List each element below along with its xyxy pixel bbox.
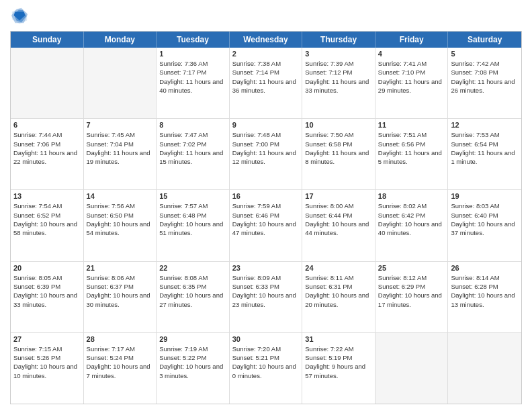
day-number: 8	[159, 121, 226, 129]
sunset-text: Sunset: 6:37 PM	[87, 282, 154, 291]
sunset-text: Sunset: 6:42 PM	[378, 211, 445, 220]
sunset-text: Sunset: 6:40 PM	[451, 211, 519, 220]
calendar-cell: 6Sunrise: 7:44 AMSunset: 7:06 PMDaylight…	[11, 119, 84, 189]
day-number: 23	[232, 264, 300, 272]
daylight-text: Daylight: 11 hours and 26 minutes.	[451, 77, 519, 95]
sunset-text: Sunset: 7:10 PM	[378, 68, 445, 77]
calendar-cell: 7Sunrise: 7:45 AMSunset: 7:04 PMDaylight…	[84, 119, 157, 189]
sunrise-text: Sunrise: 8:12 AM	[378, 273, 445, 282]
sunrise-text: Sunrise: 8:14 AM	[451, 273, 519, 282]
daylight-text: Daylight: 10 hours and 58 minutes.	[13, 220, 81, 238]
sunset-text: Sunset: 6:29 PM	[378, 282, 445, 291]
calendar-cell: 1Sunrise: 7:36 AMSunset: 7:17 PMDaylight…	[157, 48, 230, 118]
day-number: 3	[305, 50, 372, 58]
day-number: 13	[13, 192, 81, 200]
day-number: 26	[451, 264, 519, 272]
sunset-text: Sunset: 6:46 PM	[232, 211, 300, 220]
daylight-text: Daylight: 11 hours and 15 minutes.	[159, 148, 226, 167]
calendar-header: SundayMondayTuesdayWednesdayThursdayFrid…	[11, 32, 521, 48]
sunrise-text: Sunrise: 7:59 AM	[232, 201, 300, 210]
calendar-cell: 2Sunrise: 7:38 AMSunset: 7:14 PMDaylight…	[230, 48, 303, 118]
calendar-cell: 18Sunrise: 8:02 AMSunset: 6:42 PMDayligh…	[375, 190, 449, 261]
calendar-cell: 29Sunrise: 7:19 AMSunset: 5:22 PMDayligh…	[157, 333, 230, 404]
day-number: 6	[13, 121, 81, 129]
daylight-text: Daylight: 11 hours and 22 minutes.	[13, 148, 81, 167]
day-number: 25	[378, 264, 445, 272]
sunset-text: Sunset: 7:06 PM	[13, 140, 81, 148]
sunset-text: Sunset: 6:35 PM	[159, 282, 226, 291]
calendar-cell: 23Sunrise: 8:09 AMSunset: 6:33 PMDayligh…	[230, 262, 303, 332]
calendar-cell: 15Sunrise: 7:57 AMSunset: 6:48 PMDayligh…	[157, 190, 230, 261]
day-number: 4	[378, 50, 445, 58]
calendar-cell	[11, 48, 84, 118]
daylight-text: Daylight: 11 hours and 8 minutes.	[305, 148, 372, 167]
sunrise-text: Sunrise: 7:44 AM	[13, 130, 81, 139]
calendar-cell: 11Sunrise: 7:51 AMSunset: 6:56 PMDayligh…	[375, 119, 449, 189]
daylight-text: Daylight: 10 hours and 47 minutes.	[232, 220, 300, 238]
calendar-cell: 24Sunrise: 8:11 AMSunset: 6:31 PMDayligh…	[302, 262, 375, 332]
calendar-week-2: 13Sunrise: 7:54 AMSunset: 6:52 PMDayligh…	[11, 190, 521, 261]
sunset-text: Sunset: 6:56 PM	[378, 140, 445, 148]
calendar-cell: 14Sunrise: 7:56 AMSunset: 6:50 PMDayligh…	[84, 190, 157, 261]
sunset-text: Sunset: 5:19 PM	[305, 353, 372, 362]
daylight-text: Daylight: 10 hours and 3 minutes.	[159, 362, 226, 380]
calendar-cell	[375, 333, 449, 404]
daylight-text: Daylight: 9 hours and 57 minutes.	[305, 362, 372, 380]
day-number: 30	[232, 335, 300, 343]
sunrise-text: Sunrise: 7:19 AM	[159, 345, 226, 353]
sunset-text: Sunset: 6:39 PM	[13, 282, 81, 291]
calendar-cell	[448, 333, 521, 404]
calendar-cell: 17Sunrise: 8:00 AMSunset: 6:44 PMDayligh…	[302, 190, 375, 261]
sunrise-text: Sunrise: 7:17 AM	[87, 345, 154, 353]
header-day-thursday: Thursday	[302, 32, 375, 48]
calendar-cell: 16Sunrise: 7:59 AMSunset: 6:46 PMDayligh…	[230, 190, 303, 261]
day-number: 18	[378, 192, 445, 200]
calendar-cell: 27Sunrise: 7:15 AMSunset: 5:26 PMDayligh…	[11, 333, 84, 404]
calendar-week-4: 27Sunrise: 7:15 AMSunset: 5:26 PMDayligh…	[11, 333, 521, 404]
daylight-text: Daylight: 11 hours and 36 minutes.	[232, 77, 300, 95]
day-number: 31	[305, 335, 372, 343]
calendar-cell: 3Sunrise: 7:39 AMSunset: 7:12 PMDaylight…	[302, 48, 375, 118]
calendar-cell: 31Sunrise: 7:22 AMSunset: 5:19 PMDayligh…	[302, 333, 375, 404]
daylight-text: Daylight: 10 hours and 23 minutes.	[232, 291, 300, 309]
daylight-text: Daylight: 10 hours and 10 minutes.	[13, 362, 81, 380]
day-number: 9	[232, 121, 300, 129]
sunset-text: Sunset: 7:04 PM	[87, 140, 154, 148]
sunrise-text: Sunrise: 7:15 AM	[13, 345, 81, 353]
daylight-text: Daylight: 10 hours and 33 minutes.	[13, 291, 81, 309]
sunset-text: Sunset: 7:12 PM	[305, 68, 372, 77]
sunset-text: Sunset: 5:26 PM	[13, 353, 81, 362]
calendar-cell: 25Sunrise: 8:12 AMSunset: 6:29 PMDayligh…	[375, 262, 449, 332]
sunset-text: Sunset: 7:14 PM	[232, 68, 300, 77]
header-day-sunday: Sunday	[11, 32, 84, 48]
calendar-cell: 19Sunrise: 8:03 AMSunset: 6:40 PMDayligh…	[448, 190, 521, 261]
day-number: 20	[13, 264, 81, 272]
daylight-text: Daylight: 10 hours and 30 minutes.	[87, 291, 154, 309]
sunrise-text: Sunrise: 7:53 AM	[451, 130, 519, 139]
header	[10, 7, 522, 26]
daylight-text: Daylight: 11 hours and 5 minutes.	[378, 148, 445, 167]
header-day-tuesday: Tuesday	[157, 32, 230, 48]
sunrise-text: Sunrise: 7:22 AM	[305, 345, 372, 353]
sunrise-text: Sunrise: 7:56 AM	[87, 201, 154, 210]
sunset-text: Sunset: 6:54 PM	[451, 140, 519, 148]
daylight-text: Daylight: 10 hours and 17 minutes.	[378, 291, 445, 309]
calendar-body: 1Sunrise: 7:36 AMSunset: 7:17 PMDaylight…	[11, 48, 521, 404]
sunset-text: Sunset: 7:00 PM	[232, 140, 300, 148]
daylight-text: Daylight: 10 hours and 7 minutes.	[87, 362, 154, 380]
daylight-text: Daylight: 10 hours and 37 minutes.	[451, 220, 519, 238]
sunrise-text: Sunrise: 7:36 AM	[159, 59, 226, 68]
daylight-text: Daylight: 10 hours and 54 minutes.	[87, 220, 154, 238]
header-day-friday: Friday	[375, 32, 449, 48]
day-number: 27	[13, 335, 81, 343]
day-number: 1	[159, 50, 226, 58]
daylight-text: Daylight: 10 hours and 27 minutes.	[159, 291, 226, 309]
day-number: 5	[451, 50, 519, 58]
sunset-text: Sunset: 6:48 PM	[159, 211, 226, 220]
calendar-week-1: 6Sunrise: 7:44 AMSunset: 7:06 PMDaylight…	[11, 119, 521, 190]
sunset-text: Sunset: 6:58 PM	[305, 140, 372, 148]
sunset-text: Sunset: 6:52 PM	[13, 211, 81, 220]
calendar-cell: 28Sunrise: 7:17 AMSunset: 5:24 PMDayligh…	[84, 333, 157, 404]
calendar-cell: 12Sunrise: 7:53 AMSunset: 6:54 PMDayligh…	[448, 119, 521, 189]
calendar-cell: 9Sunrise: 7:48 AMSunset: 7:00 PMDaylight…	[230, 119, 303, 189]
